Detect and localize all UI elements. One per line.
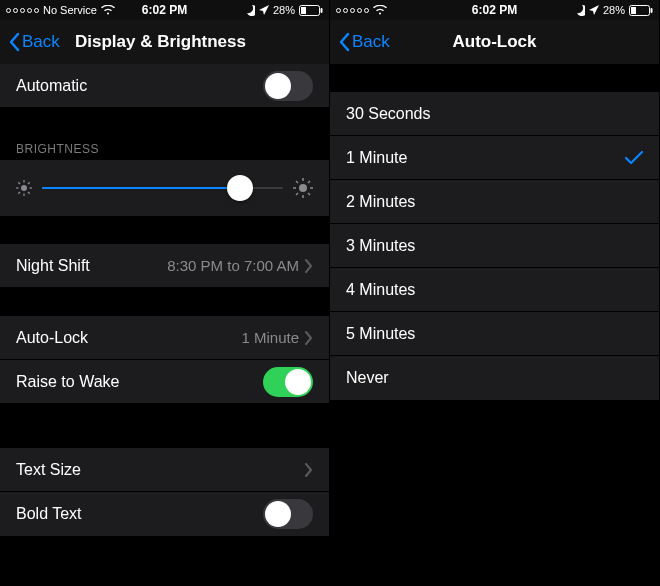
chevron-right-icon xyxy=(305,259,313,273)
night-shift-label: Night Shift xyxy=(16,257,90,275)
auto-lock-detail: 1 Minute xyxy=(241,329,299,346)
moon-icon xyxy=(574,5,585,16)
night-shift-detail: 8:30 PM to 7:00 AM xyxy=(167,257,299,274)
display-brightness-screen: No Service 6:02 PM 28% Back Displ xyxy=(0,0,330,586)
back-label: Back xyxy=(22,32,60,52)
bold-text-toggle[interactable] xyxy=(263,499,313,529)
auto-lock-option[interactable]: 2 Minutes xyxy=(330,180,659,224)
battery-icon xyxy=(299,5,323,16)
status-bar: 6:02 PM 28% xyxy=(330,0,659,20)
auto-lock-option[interactable]: 1 Minute xyxy=(330,136,659,180)
svg-point-12 xyxy=(299,184,307,192)
raise-to-wake-label: Raise to Wake xyxy=(16,373,119,391)
brightness-slider-row xyxy=(0,160,329,216)
option-label: 3 Minutes xyxy=(346,237,415,255)
svg-rect-1 xyxy=(321,8,323,13)
raise-to-wake-toggle[interactable] xyxy=(263,367,313,397)
svg-point-3 xyxy=(21,185,27,191)
svg-rect-23 xyxy=(631,7,636,14)
signal-dots-icon xyxy=(6,8,39,13)
nav-bar: Back Auto-Lock xyxy=(330,20,659,64)
clock: 6:02 PM xyxy=(472,3,517,17)
chevron-left-icon xyxy=(338,32,350,52)
signal-dots-icon xyxy=(336,8,369,13)
auto-lock-label: Auto-Lock xyxy=(16,329,88,347)
option-label: 4 Minutes xyxy=(346,281,415,299)
automatic-row[interactable]: Automatic xyxy=(0,64,329,108)
bold-text-row[interactable]: Bold Text xyxy=(0,492,329,536)
battery-pct: 28% xyxy=(603,4,625,16)
option-label: 1 Minute xyxy=(346,149,407,167)
option-label: 5 Minutes xyxy=(346,325,415,343)
night-shift-row[interactable]: Night Shift 8:30 PM to 7:00 AM xyxy=(0,244,329,288)
svg-rect-2 xyxy=(301,7,306,14)
svg-rect-22 xyxy=(651,8,653,13)
option-label: Never xyxy=(346,369,389,387)
carrier-text: No Service xyxy=(43,4,97,16)
battery-icon xyxy=(629,5,653,16)
svg-line-9 xyxy=(28,192,30,194)
svg-line-10 xyxy=(18,192,20,194)
status-bar: No Service 6:02 PM 28% xyxy=(0,0,329,20)
battery-pct: 28% xyxy=(273,4,295,16)
page-title: Auto-Lock xyxy=(452,32,536,52)
raise-to-wake-row[interactable]: Raise to Wake xyxy=(0,360,329,404)
automatic-label: Automatic xyxy=(16,77,87,95)
location-icon xyxy=(589,5,599,15)
checkmark-icon xyxy=(625,151,643,165)
svg-line-19 xyxy=(296,193,298,195)
chevron-right-icon xyxy=(305,463,313,477)
automatic-toggle[interactable] xyxy=(263,71,313,101)
sun-small-icon xyxy=(16,180,32,196)
svg-line-11 xyxy=(28,182,30,184)
svg-line-17 xyxy=(296,181,298,183)
moon-icon xyxy=(244,5,255,16)
auto-lock-option[interactable]: 4 Minutes xyxy=(330,268,659,312)
back-button[interactable]: Back xyxy=(8,32,60,52)
text-size-row[interactable]: Text Size xyxy=(0,448,329,492)
auto-lock-option[interactable]: 30 Seconds xyxy=(330,92,659,136)
nav-bar: Back Display & Brightness xyxy=(0,20,329,64)
svg-line-20 xyxy=(308,181,310,183)
chevron-right-icon xyxy=(305,331,313,345)
auto-lock-option[interactable]: 5 Minutes xyxy=(330,312,659,356)
svg-line-18 xyxy=(308,193,310,195)
clock: 6:02 PM xyxy=(142,3,187,17)
brightness-header: BRIGHTNESS xyxy=(0,136,329,160)
auto-lock-row[interactable]: Auto-Lock 1 Minute xyxy=(0,316,329,360)
auto-lock-option-list: 30 Seconds1 Minute2 Minutes3 Minutes4 Mi… xyxy=(330,92,659,400)
auto-lock-screen: 6:02 PM 28% Back Auto-Lock 30 Seconds1 M… xyxy=(330,0,660,586)
svg-line-8 xyxy=(18,182,20,184)
option-label: 30 Seconds xyxy=(346,105,431,123)
location-icon xyxy=(259,5,269,15)
auto-lock-option[interactable]: Never xyxy=(330,356,659,400)
auto-lock-option[interactable]: 3 Minutes xyxy=(330,224,659,268)
brightness-slider[interactable] xyxy=(42,187,283,189)
back-button[interactable]: Back xyxy=(338,32,390,52)
page-title: Display & Brightness xyxy=(75,32,246,52)
wifi-icon xyxy=(101,5,115,15)
option-label: 2 Minutes xyxy=(346,193,415,211)
back-label: Back xyxy=(352,32,390,52)
sun-large-icon xyxy=(293,178,313,198)
text-size-label: Text Size xyxy=(16,461,81,479)
chevron-left-icon xyxy=(8,32,20,52)
bold-text-label: Bold Text xyxy=(16,505,82,523)
wifi-icon xyxy=(373,5,387,15)
